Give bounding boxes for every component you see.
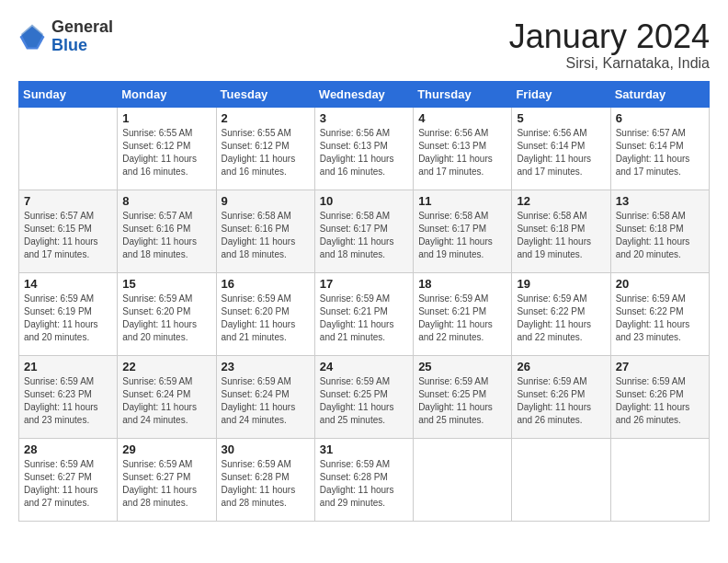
day-number: 23 — [222, 360, 310, 373]
cell-content: Sunrise: 6:57 AMSunset: 6:14 PMDaylight:… — [616, 127, 704, 178]
day-number: 28 — [24, 442, 112, 456]
day-number: 14 — [24, 277, 112, 291]
day-number: 27 — [616, 360, 704, 373]
weekday-saturday: Saturday — [610, 81, 709, 107]
logo-icon — [18, 23, 46, 51]
calendar-cell: 18Sunrise: 6:59 AMSunset: 6:21 PMDayligh… — [414, 272, 512, 355]
calendar-cell: 29Sunrise: 6:59 AMSunset: 6:27 PMDayligh… — [118, 438, 216, 521]
cell-content: Sunrise: 6:59 AMSunset: 6:21 PMDaylight:… — [320, 293, 408, 344]
calendar-week-3: 14Sunrise: 6:59 AMSunset: 6:19 PMDayligh… — [19, 272, 710, 355]
cell-content: Sunrise: 6:59 AMSunset: 6:20 PMDaylight:… — [122, 293, 210, 344]
day-number: 21 — [24, 360, 112, 373]
calendar-week-5: 28Sunrise: 6:59 AMSunset: 6:27 PMDayligh… — [19, 438, 710, 521]
day-number: 2 — [222, 111, 310, 125]
calendar-table: SundayMondayTuesdayWednesdayThursdayFrid… — [18, 81, 710, 522]
day-number: 4 — [418, 111, 506, 125]
day-number: 3 — [320, 111, 408, 125]
cell-content: Sunrise: 6:57 AMSunset: 6:16 PMDaylight:… — [122, 210, 210, 261]
cell-content: Sunrise: 6:58 AMSunset: 6:16 PMDaylight:… — [222, 210, 310, 261]
calendar-cell: 27Sunrise: 6:59 AMSunset: 6:26 PMDayligh… — [610, 355, 709, 438]
day-number: 26 — [517, 360, 605, 373]
cell-content: Sunrise: 6:57 AMSunset: 6:15 PMDaylight:… — [24, 210, 112, 261]
day-number: 24 — [320, 360, 408, 373]
calendar-cell: 30Sunrise: 6:59 AMSunset: 6:28 PMDayligh… — [216, 438, 314, 521]
day-number: 11 — [418, 194, 506, 208]
calendar-cell: 19Sunrise: 6:59 AMSunset: 6:22 PMDayligh… — [512, 272, 610, 355]
day-number: 22 — [122, 360, 210, 373]
cell-content: Sunrise: 6:55 AMSunset: 6:12 PMDaylight:… — [222, 127, 310, 178]
day-number: 7 — [24, 194, 112, 208]
calendar-cell: 24Sunrise: 6:59 AMSunset: 6:25 PMDayligh… — [314, 355, 413, 438]
month-title: January 2024 — [509, 18, 710, 55]
weekday-friday: Friday — [512, 81, 610, 107]
day-number: 18 — [418, 277, 506, 291]
day-number: 16 — [222, 277, 310, 291]
day-number: 19 — [517, 277, 605, 291]
calendar-cell — [19, 107, 118, 190]
cell-content: Sunrise: 6:59 AMSunset: 6:28 PMDaylight:… — [320, 458, 408, 510]
cell-content: Sunrise: 6:59 AMSunset: 6:27 PMDaylight:… — [122, 458, 210, 510]
calendar-cell: 10Sunrise: 6:58 AMSunset: 6:17 PMDayligh… — [314, 190, 413, 272]
cell-content: Sunrise: 6:58 AMSunset: 6:18 PMDaylight:… — [616, 210, 704, 261]
calendar-cell: 4Sunrise: 6:56 AMSunset: 6:13 PMDaylight… — [414, 107, 512, 190]
cell-content: Sunrise: 6:59 AMSunset: 6:21 PMDaylight:… — [418, 293, 506, 344]
day-number: 20 — [616, 277, 704, 291]
calendar-cell: 11Sunrise: 6:58 AMSunset: 6:17 PMDayligh… — [414, 190, 512, 272]
weekday-wednesday: Wednesday — [314, 81, 413, 107]
calendar-cell: 26Sunrise: 6:59 AMSunset: 6:26 PMDayligh… — [512, 355, 610, 438]
cell-content: Sunrise: 6:55 AMSunset: 6:12 PMDaylight:… — [122, 127, 210, 178]
weekday-sunday: Sunday — [19, 81, 118, 107]
day-number: 25 — [418, 360, 506, 373]
weekday-thursday: Thursday — [414, 81, 512, 107]
calendar-cell — [414, 438, 512, 521]
cell-content: Sunrise: 6:59 AMSunset: 6:24 PMDaylight:… — [122, 375, 210, 427]
day-number: 13 — [616, 194, 704, 208]
cell-content: Sunrise: 6:59 AMSunset: 6:25 PMDaylight:… — [418, 375, 506, 427]
calendar-cell: 28Sunrise: 6:59 AMSunset: 6:27 PMDayligh… — [19, 438, 118, 521]
cell-content: Sunrise: 6:56 AMSunset: 6:13 PMDaylight:… — [320, 127, 408, 178]
cell-content: Sunrise: 6:58 AMSunset: 6:18 PMDaylight:… — [517, 210, 605, 261]
calendar-cell: 2Sunrise: 6:55 AMSunset: 6:12 PMDaylight… — [216, 107, 314, 190]
calendar-cell: 12Sunrise: 6:58 AMSunset: 6:18 PMDayligh… — [512, 190, 610, 272]
cell-content: Sunrise: 6:59 AMSunset: 6:22 PMDaylight:… — [517, 293, 605, 344]
calendar-cell: 13Sunrise: 6:58 AMSunset: 6:18 PMDayligh… — [610, 190, 709, 272]
cell-content: Sunrise: 6:56 AMSunset: 6:14 PMDaylight:… — [517, 127, 605, 178]
calendar-cell: 7Sunrise: 6:57 AMSunset: 6:15 PMDaylight… — [19, 190, 118, 272]
day-number: 5 — [517, 111, 605, 125]
logo-blue: Blue — [51, 36, 87, 54]
calendar-cell — [512, 438, 610, 521]
calendar-cell: 21Sunrise: 6:59 AMSunset: 6:23 PMDayligh… — [19, 355, 118, 438]
calendar-cell: 17Sunrise: 6:59 AMSunset: 6:21 PMDayligh… — [314, 272, 413, 355]
calendar-cell: 20Sunrise: 6:59 AMSunset: 6:22 PMDayligh… — [610, 272, 709, 355]
cell-content: Sunrise: 6:59 AMSunset: 6:19 PMDaylight:… — [24, 293, 112, 344]
cell-content: Sunrise: 6:59 AMSunset: 6:23 PMDaylight:… — [24, 375, 112, 427]
calendar-cell: 23Sunrise: 6:59 AMSunset: 6:24 PMDayligh… — [216, 355, 314, 438]
calendar-week-2: 7Sunrise: 6:57 AMSunset: 6:15 PMDaylight… — [19, 190, 710, 272]
weekday-tuesday: Tuesday — [216, 81, 314, 107]
calendar-cell: 25Sunrise: 6:59 AMSunset: 6:25 PMDayligh… — [414, 355, 512, 438]
logo-general: General — [51, 17, 113, 36]
calendar-cell: 15Sunrise: 6:59 AMSunset: 6:20 PMDayligh… — [118, 272, 216, 355]
calendar-cell — [610, 438, 709, 521]
logo-text: General Blue — [51, 18, 113, 55]
cell-content: Sunrise: 6:59 AMSunset: 6:27 PMDaylight:… — [24, 458, 112, 510]
cell-content: Sunrise: 6:59 AMSunset: 6:26 PMDaylight:… — [517, 375, 605, 427]
day-number: 1 — [122, 111, 210, 125]
calendar-cell: 8Sunrise: 6:57 AMSunset: 6:16 PMDaylight… — [118, 190, 216, 272]
calendar-cell: 14Sunrise: 6:59 AMSunset: 6:19 PMDayligh… — [19, 272, 118, 355]
calendar-cell: 22Sunrise: 6:59 AMSunset: 6:24 PMDayligh… — [118, 355, 216, 438]
day-number: 17 — [320, 277, 408, 291]
calendar-cell: 31Sunrise: 6:59 AMSunset: 6:28 PMDayligh… — [314, 438, 413, 521]
cell-content: Sunrise: 6:58 AMSunset: 6:17 PMDaylight:… — [320, 210, 408, 261]
logo: General Blue — [18, 18, 113, 55]
day-number: 10 — [320, 194, 408, 208]
day-number: 6 — [616, 111, 704, 125]
weekday-monday: Monday — [118, 81, 216, 107]
calendar-week-1: 1Sunrise: 6:55 AMSunset: 6:12 PMDaylight… — [19, 107, 710, 190]
title-area: January 2024 Sirsi, Karnataka, India — [509, 18, 710, 72]
day-number: 8 — [122, 194, 210, 208]
day-number: 12 — [517, 194, 605, 208]
calendar-cell: 5Sunrise: 6:56 AMSunset: 6:14 PMDaylight… — [512, 107, 610, 190]
calendar-cell: 16Sunrise: 6:59 AMSunset: 6:20 PMDayligh… — [216, 272, 314, 355]
calendar-week-4: 21Sunrise: 6:59 AMSunset: 6:23 PMDayligh… — [19, 355, 710, 438]
